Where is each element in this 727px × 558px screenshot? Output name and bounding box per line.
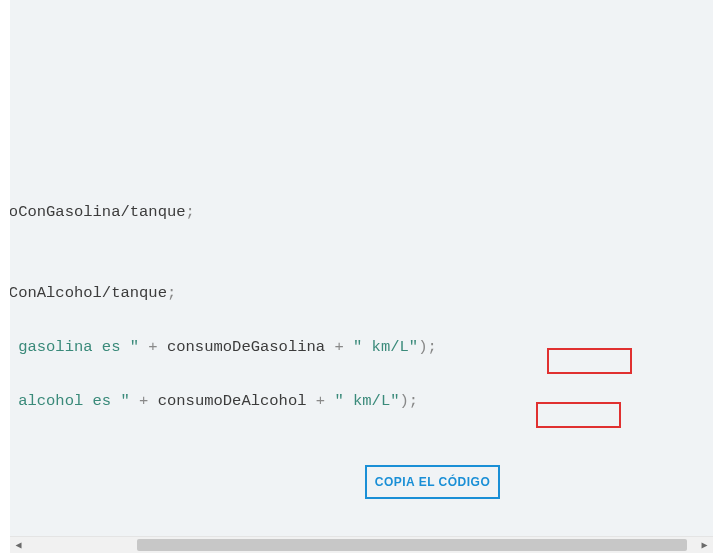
scroll-left-arrow-icon[interactable]: ◀ — [10, 537, 27, 554]
code-plus: + — [325, 338, 353, 356]
code-semi: ; — [167, 284, 176, 302]
scroll-thumb[interactable] — [137, 539, 687, 551]
copy-code-button[interactable]: COPIA EL CÓDIGO — [365, 465, 500, 499]
code-consumo-alc: consumoDeAlcohol — [158, 392, 307, 410]
code-rparen-semi: ); — [418, 338, 437, 356]
code-content: ="UTF-8"> o Gasolina?</h3> 40; Gasolina … — [10, 10, 437, 415]
highlight-box-2 — [536, 402, 621, 428]
code-str-gas: "El consumo de gasolina es " — [10, 338, 139, 356]
code-expr-alc: caminoConAlcohol/tanque — [10, 284, 167, 302]
code-kml-2: " km/L" — [334, 392, 399, 410]
code-expr-gas: caminoConGasolina/tanque — [10, 203, 186, 221]
highlight-box-1 — [547, 348, 632, 374]
code-str-alc: "Él consumo de alcohol es " — [10, 392, 130, 410]
code-consumo-gas: consumoDeGasolina — [167, 338, 325, 356]
code-rparen-semi: ); — [400, 392, 419, 410]
code-kml-1: " km/L" — [353, 338, 418, 356]
code-plus: + — [307, 392, 335, 410]
code-panel: ="UTF-8"> o Gasolina?</h3> 40; Gasolina … — [10, 0, 713, 536]
horizontal-scrollbar[interactable]: ◀ ▶ — [10, 536, 713, 553]
scroll-track[interactable] — [27, 537, 696, 554]
code-semi: ; — [186, 203, 195, 221]
code-plus: + — [139, 338, 167, 356]
code-plus: + — [130, 392, 158, 410]
copy-code-button-label: COPIA EL CÓDIGO — [375, 475, 491, 489]
viewport: ="UTF-8"> o Gasolina?</h3> 40; Gasolina … — [0, 0, 727, 558]
scroll-right-arrow-icon[interactable]: ▶ — [696, 537, 713, 554]
